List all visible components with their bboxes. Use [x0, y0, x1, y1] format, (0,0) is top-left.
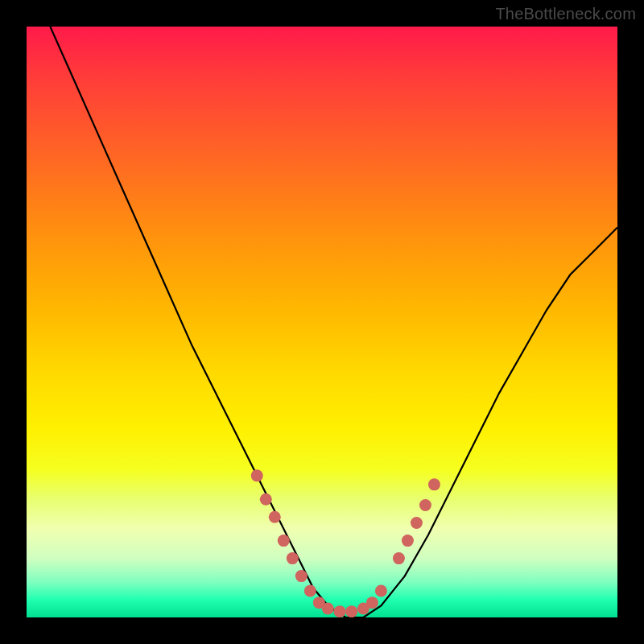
- marker-dot: [287, 552, 299, 564]
- marker-dot: [334, 605, 346, 617]
- marker-dot: [428, 478, 440, 490]
- marker-dot: [345, 605, 357, 617]
- marker-dot: [304, 584, 316, 597]
- marker-dot: [251, 469, 263, 481]
- marker-dot: [295, 570, 308, 582]
- marker-dot: [260, 493, 272, 506]
- marker-dot: [402, 535, 414, 547]
- marker-dot: [366, 597, 378, 609]
- watermark-text: TheBottleneck.com: [495, 5, 636, 23]
- marker-dot: [375, 584, 387, 597]
- curve-line: [50, 27, 617, 617]
- data-markers: [251, 469, 440, 617]
- chart-svg: [27, 27, 617, 617]
- marker-dot: [393, 552, 405, 564]
- marker-dot: [419, 499, 431, 511]
- marker-dot: [411, 517, 423, 529]
- marker-dot: [278, 535, 290, 547]
- marker-dot: [322, 602, 334, 614]
- marker-dot: [269, 511, 281, 523]
